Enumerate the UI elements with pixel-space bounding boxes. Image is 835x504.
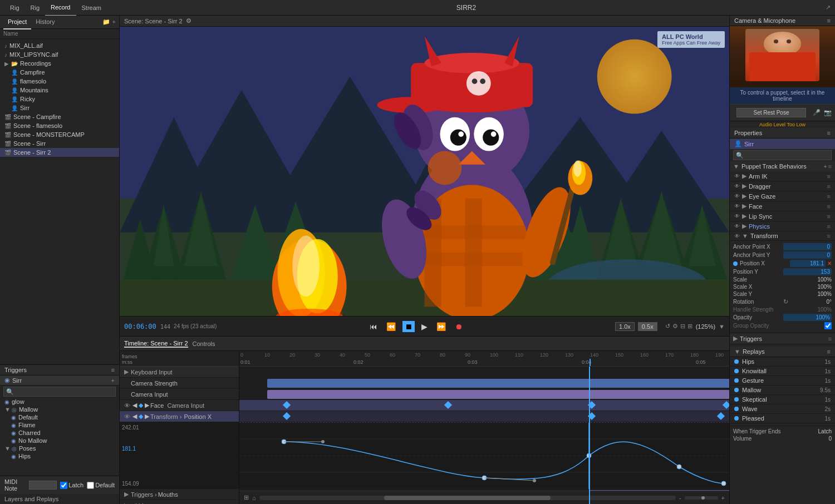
eye-icon[interactable]: 👁 [734, 193, 740, 199]
replay-knowitall[interactable]: Knowitall 1s [730, 367, 835, 376]
home-icon[interactable]: ⌂ [252, 495, 256, 501]
replay-wave[interactable]: Wave 2s [730, 404, 835, 414]
midi-note-input[interactable] [29, 481, 57, 490]
behavior-menu[interactable]: ≡ [827, 223, 831, 230]
menu-rig[interactable]: Rig [4, 0, 25, 16]
prop-value[interactable]: 153 [783, 268, 832, 275]
expand-icon[interactable]: ▶ [124, 368, 129, 375]
expand-arrow[interactable]: ▶ [742, 182, 746, 190]
key-left-icon[interactable]: ◀ [132, 413, 137, 420]
trigger-flame[interactable]: ◉ Flame [0, 421, 119, 429]
expand-icon[interactable]: ▶ [124, 491, 129, 498]
track-row-keyboard[interactable] [239, 367, 729, 378]
zoom-in-icon[interactable]: + [721, 495, 725, 501]
eye-icon[interactable]: 👁 [734, 233, 740, 239]
clip-camera-strength[interactable] [267, 379, 729, 388]
expand-arrow[interactable]: ▶ [742, 223, 746, 230]
latch-checkbox[interactable] [60, 482, 67, 489]
track-row-position-x[interactable] [239, 411, 729, 422]
tree-item-sirr[interactable]: 👤 Sirr [0, 103, 119, 112]
tab-controls[interactable]: Controls [193, 340, 215, 347]
triggers-menu-icon[interactable]: ≡ [828, 335, 832, 342]
replay-pleased[interactable]: Pleased 1s [730, 414, 835, 423]
expand-arrow[interactable]: ▼ [742, 233, 748, 239]
expand-arrow[interactable]: ▶ [742, 202, 746, 210]
prev-button[interactable]: ⏪ [384, 321, 398, 332]
track-row-camera-input[interactable] [239, 389, 729, 400]
replay-skeptical[interactable]: Skeptical 1s [730, 395, 835, 404]
expand-arrow[interactable]: ▶ [742, 172, 746, 180]
expand-arrow[interactable]: ▶ [742, 213, 746, 220]
next-button[interactable]: ⏩ [434, 321, 448, 332]
clip-camera-input[interactable] [267, 390, 729, 399]
prop-value[interactable]: 100% [783, 307, 832, 313]
trigger-mallow-group[interactable]: ▼ ◎ Mallow [0, 406, 119, 413]
tree-item-ricky[interactable]: 👤 Ricky [0, 95, 119, 103]
keyframe-posx-1[interactable] [283, 412, 291, 420]
prop-value[interactable]: 181.1 [790, 260, 826, 267]
zoom-slider[interactable] [685, 496, 718, 500]
tree-item-mix-lipsync[interactable]: ♪ MIX_LIPSYNC.aif [0, 50, 119, 59]
stop-button[interactable]: ⏹ [402, 321, 415, 332]
cam-icon[interactable]: 📷 [824, 109, 832, 116]
prop-value[interactable]: 0 [783, 251, 832, 259]
key-right-icon[interactable]: ▶ [145, 413, 149, 420]
tab-project[interactable]: Project [3, 15, 31, 29]
properties-menu[interactable]: ≡ [827, 130, 831, 136]
eye-icon[interactable]: 👁 [734, 183, 740, 189]
prop-search-input[interactable] [733, 150, 832, 160]
zoom-chevron[interactable]: ▼ [719, 323, 725, 330]
tree-item-scene-campfire[interactable]: 🎬 Scene - Campfire [0, 112, 119, 121]
eye-icon[interactable]: 👁 [734, 203, 740, 209]
behavior-transform[interactable]: 👁 ▼ Transform ≡ [730, 231, 835, 241]
speed-05x-btn[interactable]: 0.5x [638, 322, 657, 331]
behavior-face[interactable]: 👁 ▶ Face ≡ [730, 201, 835, 211]
record-button[interactable]: ⏺ [453, 321, 465, 332]
keyframe-face-4[interactable] [723, 401, 729, 409]
eye-icon[interactable]: 👁 [734, 213, 740, 219]
prop-value[interactable]: 100% [783, 276, 832, 283]
key-left-icon[interactable]: ◀ [132, 402, 137, 409]
triggers-behavior-header[interactable]: ▶ Triggers ≡ [730, 333, 835, 344]
expand-icon[interactable]: ▶ [124, 502, 129, 504]
default-checkbox[interactable] [87, 482, 94, 489]
triggers-add-icon[interactable]: + [111, 377, 115, 384]
triggers-search-input[interactable] [3, 387, 116, 397]
keyframe-face-3[interactable] [588, 401, 596, 409]
remove-keyframe-btn[interactable]: ✕ [827, 260, 832, 266]
zoom-out-icon[interactable]: - [679, 495, 681, 501]
trigger-hips[interactable]: ◉ Hips [0, 452, 119, 460]
when-trigger-value[interactable]: Latch [818, 428, 832, 434]
tree-item-mountains[interactable]: 👤 Mountains [0, 86, 119, 95]
new-folder-icon[interactable]: 📁 [102, 18, 110, 26]
visibility-eye[interactable]: 👁 [124, 402, 130, 409]
track-row-camera-strength[interactable] [239, 378, 729, 389]
eye-icon[interactable]: 👁 [734, 173, 740, 179]
tree-item-scene-sirr2[interactable]: 🎬 Scene - Sirr 2 [0, 148, 119, 157]
track-row-face[interactable] [239, 400, 729, 411]
add-key-icon[interactable]: ◆ [139, 413, 143, 420]
behavior-physics[interactable]: 👁 ▶ Physics ≡ [730, 221, 835, 231]
prop-value[interactable]: 100% [783, 291, 832, 297]
eye-icon[interactable]: 👁 [734, 223, 740, 229]
zoom-handle[interactable] [701, 496, 705, 500]
replay-gesture[interactable]: Gesture 1s [730, 376, 835, 386]
keyframe-face-1[interactable] [283, 401, 291, 409]
keyframe-posx-3[interactable] [717, 412, 725, 420]
snap-icon[interactable]: ⊟ [680, 323, 685, 330]
menu-stream[interactable]: Stream [76, 0, 107, 16]
expand-arrow[interactable]: ▶ [742, 192, 746, 200]
tab-history[interactable]: History [31, 15, 59, 29]
scene-settings-icon[interactable]: ⚙ [186, 17, 191, 24]
latch-label[interactable]: Latch [60, 482, 84, 489]
tree-item-mix-all[interactable]: ♪ MIX_ALL.aif [0, 41, 119, 50]
group-opacity-checkbox[interactable] [824, 322, 832, 329]
tree-item-scene-flamesolo[interactable]: 🎬 Scene - flamesolo [0, 121, 119, 130]
behavior-menu[interactable]: ≡ [827, 233, 831, 239]
behavior-menu[interactable]: ≡ [827, 203, 831, 210]
replays-menu[interactable]: ≡ [827, 348, 831, 355]
new-item-icon[interactable]: + [112, 18, 116, 26]
tree-item-recordings[interactable]: ▶ 📂 Recordings [0, 59, 119, 68]
trigger-nomallow[interactable]: ◉ No Mallow [0, 437, 119, 444]
volume-value[interactable]: 0 [828, 436, 832, 442]
